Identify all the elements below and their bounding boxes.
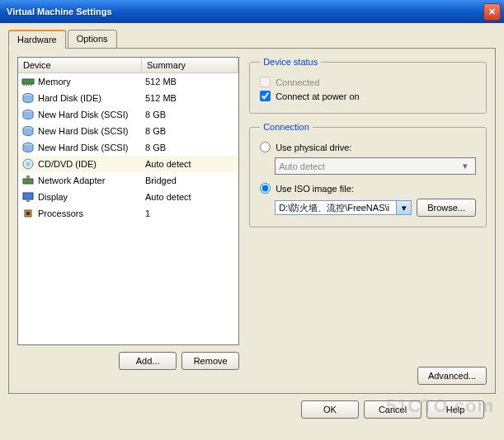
iso-input-row: ▾ Browse... xyxy=(275,199,476,217)
svg-rect-0 xyxy=(22,79,34,84)
iso-row[interactable]: Use ISO image file: xyxy=(260,181,476,195)
connection-group: Connection Use physical drive: Auto dete… xyxy=(249,122,487,227)
table-row[interactable]: Processors1 xyxy=(18,205,238,222)
content-area: Hardware Options Device Summary Memory51… xyxy=(0,23,504,425)
tab-options[interactable]: Options xyxy=(68,30,117,49)
connected-checkbox xyxy=(260,77,271,87)
connection-legend: Connection xyxy=(260,122,313,132)
table-row[interactable]: DisplayAuto detect xyxy=(18,189,238,205)
device-summary: 512 MB xyxy=(145,77,177,87)
table-row[interactable]: New Hard Disk (SCSI)8 GB xyxy=(18,139,238,156)
svg-rect-16 xyxy=(26,212,30,215)
device-summary: Auto detect xyxy=(145,159,191,169)
header-summary[interactable]: Summary xyxy=(142,58,238,73)
device-summary: 8 GB xyxy=(145,110,166,119)
device-name: New Hard Disk (SCSI) xyxy=(38,110,128,119)
header-device[interactable]: Device xyxy=(18,58,142,73)
iso-radio[interactable] xyxy=(260,183,271,194)
connected-label: Connected xyxy=(276,77,319,87)
power-on-checkbox[interactable] xyxy=(260,91,271,101)
iso-label: Use ISO image file: xyxy=(276,184,354,194)
titlebar: Virtual Machine Settings ✕ xyxy=(0,0,504,23)
advanced-button[interactable]: Advanced... xyxy=(417,367,487,385)
table-row[interactable]: New Hard Disk (SCSI)8 GB xyxy=(18,106,238,123)
tab-content: Device Summary Memory512 MBHard Disk (ID… xyxy=(8,48,496,394)
power-on-label: Connect at power on xyxy=(276,91,360,101)
chevron-down-icon: ▾ xyxy=(402,203,407,213)
device-table: Device Summary Memory512 MBHard Disk (ID… xyxy=(17,57,239,345)
physical-drive-dropdown: Auto detect ▾ xyxy=(275,157,476,175)
add-button[interactable]: Add... xyxy=(119,352,177,370)
physical-drive-label: Use physical drive: xyxy=(276,143,351,152)
hardware-list-panel: Device Summary Memory512 MBHard Disk (ID… xyxy=(17,57,239,385)
close-icon: ✕ xyxy=(488,7,496,17)
window-title: Virtual Machine Settings xyxy=(7,7,483,16)
power-on-row[interactable]: Connect at power on xyxy=(260,89,476,103)
device-button-row: Add... Remove xyxy=(17,352,239,370)
table-row[interactable]: Hard Disk (IDE)512 MB xyxy=(18,90,238,106)
iso-dropdown-button[interactable]: ▾ xyxy=(396,201,411,214)
memory-icon xyxy=(21,75,35,88)
tab-bar: Hardware Options xyxy=(8,30,496,49)
device-status-group: Device status Connected Connect at power… xyxy=(249,57,487,114)
iso-path-input[interactable] xyxy=(276,201,396,214)
device-summary: 1 xyxy=(145,208,150,218)
chevron-down-icon: ▾ xyxy=(459,161,472,171)
ok-button[interactable]: OK xyxy=(301,400,359,419)
device-summary: 8 GB xyxy=(145,143,166,152)
table-row[interactable]: New Hard Disk (SCSI)8 GB xyxy=(18,123,238,139)
physical-drive-row[interactable]: Use physical drive: xyxy=(260,140,476,154)
device-name: Hard Disk (IDE) xyxy=(38,93,101,103)
disk-icon xyxy=(21,141,35,154)
device-name: CD/DVD (IDE) xyxy=(38,159,97,169)
advanced-row: Advanced... xyxy=(249,367,487,385)
svg-rect-3 xyxy=(28,84,30,86)
display-icon xyxy=(21,190,35,204)
device-name: New Hard Disk (SCSI) xyxy=(38,143,128,152)
disk-icon xyxy=(21,124,35,138)
svg-rect-2 xyxy=(26,84,27,86)
device-summary: Bridged xyxy=(145,176,177,185)
device-name: Memory xyxy=(38,77,71,87)
close-button[interactable]: ✕ xyxy=(483,3,501,21)
svg-rect-13 xyxy=(23,193,33,199)
device-summary: Auto detect xyxy=(145,192,191,202)
device-name: New Hard Disk (SCSI) xyxy=(38,126,128,136)
svg-point-10 xyxy=(27,163,30,166)
svg-rect-11 xyxy=(23,179,33,184)
settings-panel: Device status Connected Connect at power… xyxy=(249,57,487,385)
svg-rect-1 xyxy=(23,84,25,86)
svg-rect-14 xyxy=(26,200,30,202)
table-row[interactable]: Memory512 MB xyxy=(18,73,238,90)
device-table-header: Device Summary xyxy=(18,58,238,73)
cd-icon xyxy=(21,157,35,171)
device-name: Display xyxy=(38,192,68,202)
physical-drive-value: Auto detect xyxy=(279,161,325,171)
dialog-buttons: OK Cancel Help xyxy=(8,394,496,419)
table-row[interactable]: CD/DVD (IDE)Auto detect xyxy=(18,156,238,172)
disk-icon xyxy=(21,108,35,121)
network-icon xyxy=(21,174,35,187)
table-row[interactable]: Network AdapterBridged xyxy=(18,172,238,189)
svg-rect-4 xyxy=(31,84,32,86)
device-status-legend: Device status xyxy=(260,57,321,67)
svg-rect-12 xyxy=(26,176,30,179)
cancel-button[interactable]: Cancel xyxy=(364,400,422,419)
device-name: Network Adapter xyxy=(38,176,105,185)
iso-combobox[interactable]: ▾ xyxy=(275,200,412,215)
remove-button[interactable]: Remove xyxy=(181,352,239,370)
connected-row: Connected xyxy=(260,75,476,89)
device-name: Processors xyxy=(38,208,83,218)
browse-button[interactable]: Browse... xyxy=(417,199,476,217)
tab-hardware[interactable]: Hardware xyxy=(8,30,66,49)
physical-drive-radio[interactable] xyxy=(260,142,271,152)
device-summary: 512 MB xyxy=(145,93,177,103)
help-button[interactable]: Help xyxy=(426,400,484,419)
disk-icon xyxy=(21,91,35,105)
device-summary: 8 GB xyxy=(145,126,166,136)
cpu-icon xyxy=(21,207,35,220)
